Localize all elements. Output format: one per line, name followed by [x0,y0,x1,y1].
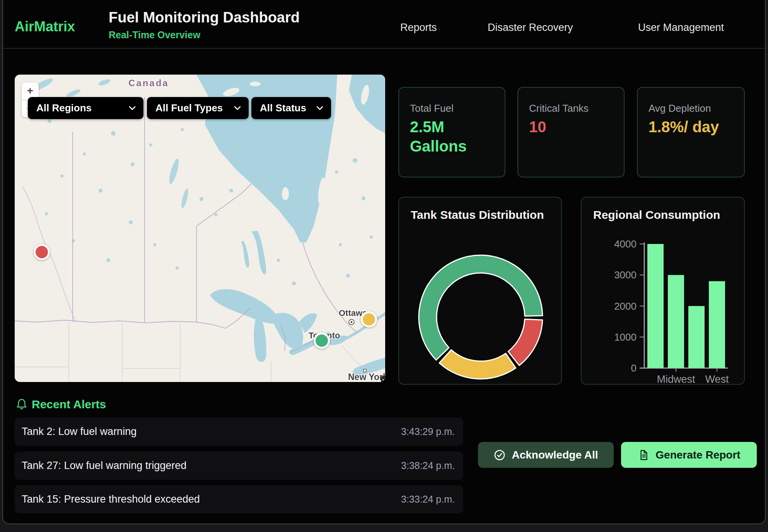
bar-0 [647,244,664,368]
dashboard-window: AirMatrix Fuel Monitoring Dashboard Real… [2,0,766,524]
tank-marker-critical[interactable] [34,244,50,260]
alert-row[interactable]: Tank 2: Low fuel warning 3:43:29 p.m. [15,418,463,446]
stat-card-critical-tanks: Critical Tanks 10 [517,87,625,177]
chevron-down-icon [129,106,136,110]
stat-label: Avg Depletion [649,102,711,114]
app-logo: AirMatrix [15,19,75,35]
svg-text:Midwest: Midwest [657,373,695,385]
status-filter-dropdown[interactable]: All Status [251,97,331,119]
page-subtitle: Real-Time Overview [109,29,200,41]
acknowledge-all-label: Acknowledge All [512,449,598,461]
basemap: Canada Ottawa Toronto New York [15,75,385,382]
alert-row[interactable]: Tank 15: Pressure threshold exceeded 3:3… [15,485,463,513]
generate-report-button[interactable]: Generate Report [621,442,757,468]
svg-text:2000: 2000 [614,300,637,312]
document-icon [637,449,650,461]
nav-disaster-recovery[interactable]: Disaster Recovery [488,22,573,34]
bell-icon [15,398,28,411]
generate-report-label: Generate Report [655,449,740,461]
tank-status-panel: Tank Status Distribution [398,197,562,385]
bar-2 [688,306,705,368]
header: AirMatrix Fuel Monitoring Dashboard Real… [3,0,765,49]
alert-text: Tank 2: Low fuel warning [22,426,137,438]
svg-text:West: West [705,373,729,385]
acknowledge-all-button[interactable]: Acknowledge All [478,442,614,468]
stat-label: Total Fuel [410,102,454,114]
stat-value-avg-depletion: 1.8%/ day [649,117,736,136]
alert-text: Tank 27: Low fuel warning triggered [22,460,186,472]
chevron-down-icon [234,106,241,110]
donut-segment-critical [508,319,543,365]
alert-text: Tank 15: Pressure threshold exceeded [22,493,200,505]
alert-row[interactable]: Tank 27: Low fuel warning triggered 3:38… [15,452,463,480]
map-label-canada: Canada [128,78,169,88]
regional-consumption-bar-chart: 01000200030004000MidwestWest [582,198,746,385]
svg-text:0: 0 [631,362,637,374]
bar-3 [709,281,725,368]
stat-value-critical-tanks: 10 [529,117,616,136]
region-filter-dropdown[interactable]: All Regions [28,97,143,119]
regional-consumption-panel: 01000200030004000MidwestWest Regional Co… [581,197,745,385]
nav-user-management[interactable]: User Management [638,22,724,34]
chevron-down-icon [316,106,323,110]
alert-time: 3:43:29 p.m. [401,426,455,437]
recent-alerts-title: Recent Alerts [32,398,106,411]
donut-segment-warning [439,350,516,379]
map-drag-handle[interactable] [381,376,385,382]
status-filter-value: All Status [260,102,306,114]
region-filter-value: All Regions [36,102,92,114]
stat-card-avg-depletion: Avg Depletion 1.8%/ day [637,87,745,177]
tank-marker-warning[interactable] [361,311,377,327]
alert-time: 3:33:24 p.m. [401,494,455,505]
check-circle-icon [493,449,506,461]
alert-time: 3:38:24 p.m. [401,460,455,471]
svg-text:3000: 3000 [614,269,637,281]
fuel-type-filter-dropdown[interactable]: All Fuel Types [147,97,249,119]
tank-status-donut-chart [417,253,544,381]
stat-label: Critical Tanks [529,102,589,114]
regional-consumption-title: Regional Consumption [593,208,720,222]
map-label-newyork: New York [348,372,385,382]
svg-text:1000: 1000 [614,331,637,343]
fuel-type-filter-value: All Fuel Types [155,102,223,114]
fuel-map[interactable]: Canada Ottawa Toronto New York + − All R… [15,75,385,382]
svg-text:4000: 4000 [614,238,637,250]
nav-reports[interactable]: Reports [400,22,437,34]
tank-status-title: Tank Status Distribution [411,208,544,222]
stat-value-total-fuel: 2.5M Gallons [410,117,497,156]
tank-marker-normal[interactable] [314,332,330,349]
bar-1 [668,275,684,368]
stat-card-total-fuel: Total Fuel 2.5M Gallons [398,87,505,177]
page-title: Fuel Monitoring Dashboard [109,9,300,26]
